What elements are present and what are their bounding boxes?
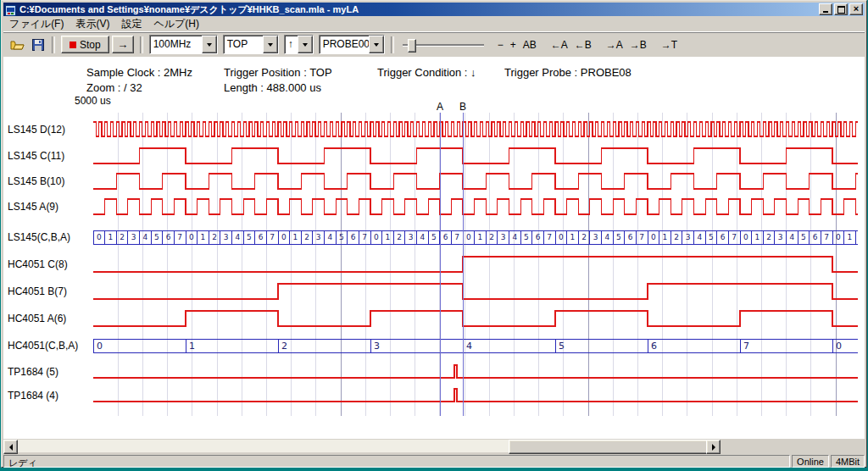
app-icon — [5, 4, 16, 15]
trigger-edge-combo[interactable]: ↑ — [284, 35, 314, 54]
minimize-button[interactable] — [819, 3, 832, 15]
toolbar-button-plus[interactable]: + — [507, 36, 520, 53]
toolbar: Stop → 100MHz TOP ↑ PROBE00 −+AB←A←B→A→B… — [3, 31, 865, 57]
svg-text:6: 6 — [351, 233, 356, 241]
zoom-slider-thumb[interactable] — [408, 39, 416, 53]
horizontal-scrollbar[interactable] — [3, 440, 721, 452]
svg-text:3: 3 — [593, 233, 598, 241]
app-window: C:¥Documents and Settings¥noname¥デスクトップ¥… — [1, 0, 867, 468]
scroll-left-button[interactable] — [3, 440, 18, 454]
cursor-b-label[interactable]: B — [459, 101, 466, 113]
toolbar-flat-buttons: −+AB←A←B→A→B→T — [494, 36, 688, 53]
scroll-thumb[interactable] — [509, 440, 709, 454]
chevron-down-icon — [374, 43, 379, 47]
maximize-button[interactable] — [834, 3, 848, 15]
chevron-down-icon — [207, 43, 212, 47]
svg-text:7: 7 — [454, 233, 459, 241]
svg-text:4: 4 — [235, 233, 240, 241]
save-button[interactable] — [28, 36, 47, 53]
channel-label-10: TP1684 (4) — [8, 390, 58, 402]
svg-text:0: 0 — [743, 233, 748, 241]
trigger-position-combo[interactable]: TOP — [223, 35, 279, 54]
svg-text:1: 1 — [293, 233, 298, 241]
svg-text:6: 6 — [443, 233, 448, 241]
svg-text:3: 3 — [501, 233, 506, 241]
toolbar-button-left-A[interactable]: ←A — [548, 36, 571, 53]
waveform-5 — [93, 257, 858, 272]
toolbar-button-left-B[interactable]: ←B — [571, 36, 595, 53]
close-button[interactable]: × — [849, 3, 863, 15]
svg-text:4: 4 — [466, 341, 472, 352]
waveform-plot: 0123456701234567012345670123456701234567… — [93, 113, 858, 416]
menu-item-3[interactable]: ヘルプ(H) — [147, 16, 205, 32]
toolbar-button-right-T[interactable]: →T — [658, 36, 681, 53]
svg-text:5: 5 — [339, 233, 344, 241]
toolbar-button-right-A[interactable]: →A — [603, 36, 626, 53]
svg-text:6: 6 — [259, 233, 264, 241]
close-icon: × — [854, 5, 859, 13]
length-info: Length : 488.000 us — [224, 81, 321, 94]
toolbar-button-minus[interactable]: − — [494, 36, 507, 53]
sample-clock-combo-arrow[interactable] — [202, 36, 217, 53]
titlebar[interactable]: C:¥Documents and Settings¥noname¥デスクトップ¥… — [3, 3, 865, 16]
channel-label-7: HC4051 A(6) — [8, 313, 66, 324]
menubar: ファイル(F)表示(V)設定ヘルプ(H) — [3, 17, 865, 30]
menu-item-1[interactable]: 表示(V) — [70, 16, 115, 32]
svg-text:0: 0 — [559, 233, 564, 241]
run-button[interactable]: → — [112, 36, 134, 53]
cursor-lines[interactable] — [440, 113, 463, 416]
probe-combo-arrow[interactable] — [369, 36, 384, 53]
svg-text:1: 1 — [570, 233, 576, 241]
stop-button-label: Stop — [80, 39, 101, 51]
scroll-right-button[interactable] — [706, 440, 721, 454]
svg-text:0: 0 — [374, 233, 379, 241]
svg-text:6: 6 — [721, 233, 726, 241]
toolbar-button-right-B[interactable]: →B — [626, 36, 650, 53]
svg-text:0: 0 — [281, 233, 287, 241]
svg-text:3: 3 — [224, 233, 229, 241]
svg-text:0: 0 — [97, 341, 103, 352]
svg-text:5: 5 — [431, 233, 437, 241]
trigger-edge-combo-arrow[interactable] — [298, 36, 313, 53]
svg-text:7: 7 — [547, 233, 552, 241]
svg-text:5: 5 — [154, 233, 159, 241]
svg-text:2: 2 — [674, 233, 679, 241]
stop-button[interactable]: Stop — [61, 36, 109, 53]
probe-value: PROBE00 — [320, 36, 369, 53]
svg-text:0: 0 — [836, 341, 842, 352]
svg-text:6: 6 — [651, 341, 657, 352]
svg-text:2: 2 — [581, 233, 587, 241]
svg-text:5: 5 — [709, 233, 714, 241]
svg-text:4: 4 — [327, 233, 332, 241]
svg-text:0: 0 — [836, 233, 841, 241]
svg-text:7: 7 — [824, 233, 829, 241]
trigger-probe-info: Trigger Probe : PROBE08 — [504, 66, 632, 79]
svg-text:6: 6 — [628, 233, 633, 241]
waveform-7 — [93, 311, 858, 326]
window-title: C:¥Documents and Settings¥noname¥デスクトップ¥… — [19, 3, 819, 16]
menu-item-2[interactable]: 設定 — [115, 16, 147, 32]
trigger-position-combo-arrow[interactable] — [263, 36, 278, 53]
waveform-4: 0123456701234567012345670123456701234567… — [93, 230, 858, 244]
sample-clock-combo[interactable]: 100MHz — [149, 35, 218, 54]
svg-text:3: 3 — [686, 233, 691, 241]
probe-combo[interactable]: PROBE00 — [319, 35, 385, 54]
trigger-position-info: Trigger Position : TOP — [224, 66, 332, 79]
svg-text:5: 5 — [616, 233, 621, 241]
zoom-slider[interactable] — [403, 36, 484, 53]
open-file-button[interactable] — [8, 36, 27, 53]
svg-text:3: 3 — [316, 233, 321, 241]
svg-text:2: 2 — [281, 341, 287, 352]
menu-item-0[interactable]: ファイル(F) — [3, 16, 70, 32]
toolbar-button-AB[interactable]: AB — [520, 36, 540, 53]
channel-label-8: HC4051(C,B,A) — [8, 340, 78, 352]
channel-label-2: LS145 B(10) — [8, 175, 64, 187]
channel-label-0: LS145 D(12) — [8, 124, 65, 136]
toolbar-separator — [52, 36, 55, 53]
cursor-a-label[interactable]: A — [437, 101, 443, 113]
toolbar-separator — [140, 36, 143, 53]
grid-lines — [118, 113, 836, 416]
channel-label-6: HC4051 B(7) — [8, 285, 67, 297]
svg-text:6: 6 — [166, 233, 171, 241]
svg-text:1: 1 — [755, 233, 760, 241]
